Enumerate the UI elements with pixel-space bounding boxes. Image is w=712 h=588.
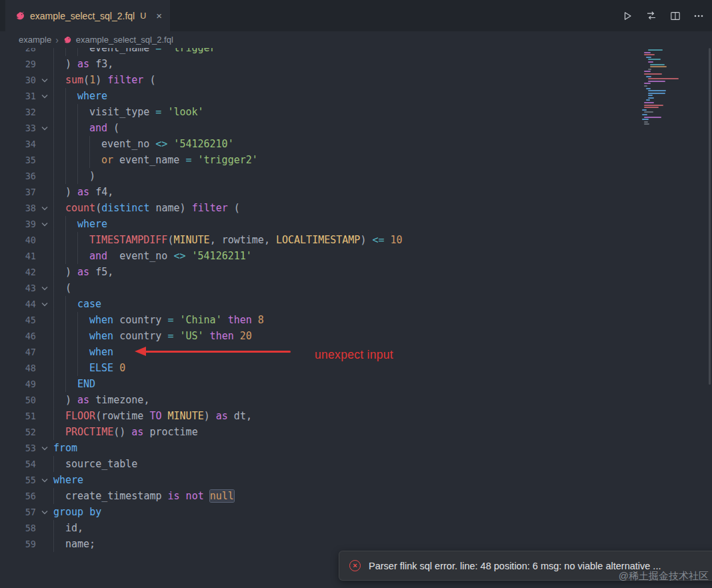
code-line[interactable]: 49END [0, 376, 712, 392]
minimap-line [648, 61, 653, 63]
code-text: ) as f5, [53, 264, 113, 280]
code-line[interactable]: 46when country = 'US' then 20 [0, 328, 712, 344]
code-line[interactable]: 43( [0, 280, 712, 296]
line-number: 52 [0, 424, 36, 440]
gutter-spacer [36, 264, 53, 280]
indent-guides [53, 344, 89, 360]
minimap-line [646, 99, 650, 101]
code-text: ) as timezone, [53, 392, 149, 408]
code-line[interactable]: 52PROCTIME() as proctime [0, 424, 712, 440]
line-number: 51 [0, 408, 36, 424]
minimap-line [648, 81, 665, 82]
code-text: ELSE 0 [53, 360, 125, 376]
fold-chevron-icon[interactable] [36, 440, 53, 456]
gutter-spacer [36, 392, 53, 408]
split-editor-icon[interactable] [670, 11, 681, 21]
tab-example-select-sql-2[interactable]: example_select_sql_2.fql U × [5, 0, 170, 31]
code-line[interactable]: 44case [0, 296, 712, 312]
indent-guides [53, 312, 89, 328]
gutter-spacer [36, 136, 53, 152]
code-line[interactable]: 45when country = 'China' then 8 [0, 312, 712, 328]
fold-chevron-icon[interactable] [36, 88, 53, 104]
fold-chevron-icon[interactable] [36, 200, 53, 216]
code-line[interactable]: 29) as f3, [0, 56, 712, 72]
code-line[interactable]: 40TIMESTAMPDIFF(MINUTE, rowtime, LOCALTI… [0, 232, 712, 248]
code-line[interactable]: 31where [0, 88, 712, 104]
code-lines: 28event_name = 'trigger'29) as f3,30sum(… [0, 48, 712, 552]
indent-guides [53, 232, 89, 248]
breadcrumb-separator-icon: › [55, 35, 59, 45]
code-line[interactable]: 57group by [0, 504, 712, 520]
line-number: 45 [0, 312, 36, 328]
open-changes-icon[interactable] [645, 11, 657, 21]
code-line[interactable]: 32visit_type = 'look' [0, 104, 712, 120]
code-line[interactable]: 39where [0, 216, 712, 232]
gutter-spacer [36, 520, 53, 536]
line-number: 42 [0, 264, 36, 280]
fold-chevron-icon[interactable] [36, 504, 53, 520]
code-line[interactable]: 59name; [0, 536, 712, 552]
indent-guides [53, 376, 77, 392]
code-line[interactable]: 35or event_name = 'trigger2' [0, 152, 712, 168]
line-number: 44 [0, 296, 36, 312]
line-number: 33 [0, 120, 36, 136]
code-line[interactable]: 48ELSE 0 [0, 360, 712, 376]
minimap[interactable] [642, 49, 677, 126]
code-text: event_no <> '54126210' [53, 136, 234, 152]
code-line[interactable]: 42) as f5, [0, 264, 712, 280]
minimap-line [644, 102, 654, 103]
code-line[interactable]: 28event_name = 'trigger' [0, 48, 712, 56]
breadcrumb: example › example_select_sql_2.fql [0, 31, 712, 48]
code-line[interactable]: 55where [0, 472, 712, 488]
code-text: create_timestamp is not null [53, 488, 234, 504]
gutter-spacer [36, 376, 53, 392]
breadcrumb-file[interactable]: example_select_sql_2.fql [76, 35, 173, 45]
more-actions-icon[interactable] [693, 11, 704, 21]
indent-guides [53, 104, 89, 120]
code-line[interactable]: 53from [0, 440, 712, 456]
error-icon: × [349, 560, 361, 571]
code-line[interactable]: 38count(distinct name) filter ( [0, 200, 712, 216]
code-line[interactable]: 54source_table [0, 456, 712, 472]
code-text: count(distinct name) filter ( [53, 200, 240, 216]
code-line[interactable]: 37) as f4, [0, 184, 712, 200]
minimap-line [644, 83, 651, 84]
run-icon[interactable] [622, 11, 633, 21]
indent-guides [53, 56, 65, 72]
scrollbar[interactable] [709, 48, 711, 385]
breadcrumb-folder[interactable]: example [19, 35, 51, 45]
minimap-line [646, 76, 651, 77]
gutter-spacer [36, 456, 53, 472]
fold-chevron-icon[interactable] [36, 296, 53, 312]
code-line[interactable]: 51FLOOR(rowtime TO MINUTE) as dt, [0, 408, 712, 424]
minimap-line [644, 54, 655, 55]
code-editor[interactable]: 28event_name = 'trigger'29) as f3,30sum(… [0, 48, 712, 588]
code-text: where [53, 472, 83, 488]
code-text: FLOOR(rowtime TO MINUTE) as dt, [53, 408, 252, 424]
close-icon[interactable]: × [156, 10, 162, 21]
fold-chevron-icon[interactable] [36, 280, 53, 296]
fold-chevron-icon[interactable] [36, 72, 53, 88]
indent-guides [53, 360, 89, 376]
line-number: 56 [0, 488, 36, 504]
indent-guides [53, 520, 65, 536]
fold-chevron-icon[interactable] [36, 216, 53, 232]
line-number: 50 [0, 392, 36, 408]
code-text: or event_name = 'trigger2' [53, 152, 258, 168]
minimap-line [648, 49, 663, 51]
fold-chevron-icon[interactable] [36, 472, 53, 488]
code-line[interactable]: 33and ( [0, 120, 712, 136]
line-number: 47 [0, 344, 36, 360]
minimap-line [648, 97, 654, 99]
toast-message: Parser flink sql error. line: 48 positio… [369, 561, 661, 571]
code-line[interactable]: 36) [0, 168, 712, 184]
code-line[interactable]: 34event_no <> '54126210' [0, 136, 712, 152]
code-text: source_table [53, 456, 137, 472]
code-line[interactable]: 41and event_no <> '54126211' [0, 248, 712, 264]
code-line[interactable]: 58id, [0, 520, 712, 536]
minimap-line [648, 59, 661, 60]
code-line[interactable]: 56create_timestamp is not null [0, 488, 712, 504]
code-line[interactable]: 30sum(1) filter ( [0, 72, 712, 88]
fold-chevron-icon[interactable] [36, 120, 53, 136]
code-line[interactable]: 50) as timezone, [0, 392, 712, 408]
